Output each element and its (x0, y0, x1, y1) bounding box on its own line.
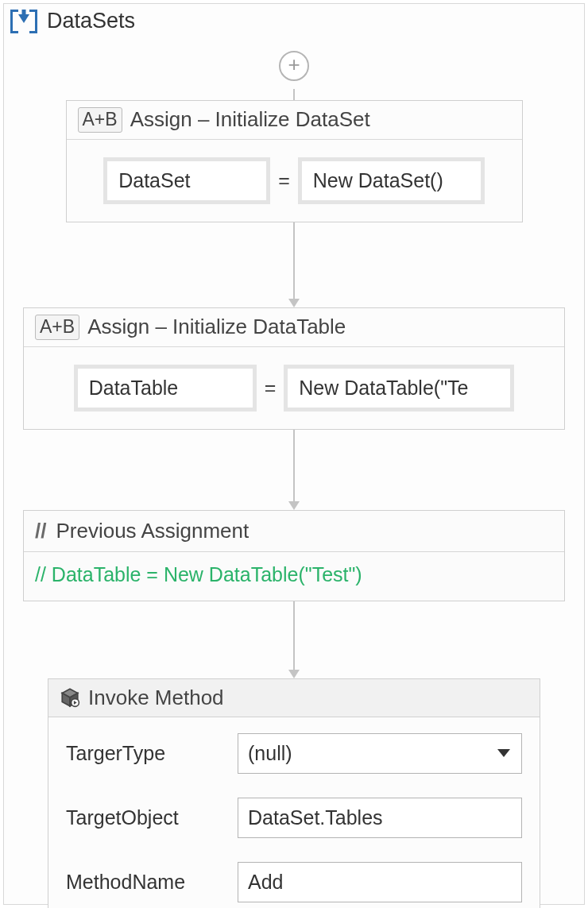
chevron-down-icon (497, 749, 510, 757)
method-name-label: MethodName (66, 871, 225, 894)
connector-arrow (288, 430, 300, 510)
equals-sign: = (278, 169, 290, 192)
assign-initialize-datatable[interactable]: A+B Assign – Initialize DataTable DataTa… (23, 307, 565, 430)
activity-header[interactable]: Invoke Method (48, 679, 540, 717)
activity-header[interactable]: A+B Assign – Initialize DataSet (67, 101, 522, 140)
assign-value-input[interactable]: New DataTable("Te (284, 365, 514, 411)
comment-text[interactable]: // DataTable = New DataTable("Test") (24, 552, 564, 601)
assign-to-input[interactable]: DataTable (74, 365, 257, 411)
connector-arrow (288, 601, 300, 678)
activity-title: Assign – Initialize DataTable (87, 315, 346, 339)
sequence-header[interactable]: DataSets (4, 4, 584, 38)
activity-title: Assign – Initialize DataSet (130, 107, 370, 132)
method-name-input[interactable]: Add (238, 862, 522, 902)
activity-body: DataTable = New DataTable("Te (24, 347, 564, 429)
comment-previous-assignment[interactable]: // Previous Assignment // DataTable = Ne… (23, 510, 565, 601)
assign-value-input[interactable]: New DataSet() (298, 157, 485, 204)
sequence-icon (10, 10, 37, 33)
assign-to-input[interactable]: DataSet (103, 157, 270, 204)
comment-title: Previous Assignment (56, 519, 249, 543)
connector (293, 89, 295, 100)
activity-body: DataSet = New DataSet() (67, 140, 522, 222)
target-object-input[interactable]: DataSet.Tables (238, 798, 522, 838)
comment-icon: // (35, 519, 46, 543)
activity-header[interactable]: A+B Assign – Initialize DataTable (24, 308, 564, 347)
assign-tag-icon: A+B (35, 315, 79, 340)
sequence-title: DataSets (47, 9, 135, 33)
sequence-body: + A+B Assign – Initialize DataSet DataSe… (4, 38, 584, 908)
invoke-method-icon (60, 687, 80, 708)
target-type-label: TargerType (66, 742, 225, 765)
add-activity-top[interactable]: + (279, 51, 309, 81)
invoke-method-body: TargerType (null) TargetObject DataSet.T… (48, 717, 540, 908)
target-type-value: (null) (248, 742, 292, 764)
plus-icon: + (288, 54, 300, 75)
invoke-method[interactable]: Invoke Method TargerType (null) TargetOb… (48, 678, 540, 908)
comment-header[interactable]: // Previous Assignment (24, 511, 564, 552)
activity-title: Invoke Method (88, 686, 224, 710)
assign-initialize-dataset[interactable]: A+B Assign – Initialize DataSet DataSet … (66, 100, 523, 222)
assign-tag-icon: A+B (78, 107, 122, 133)
equals-sign: = (265, 377, 277, 400)
connector-arrow (288, 222, 300, 307)
target-type-dropdown[interactable]: (null) (238, 733, 522, 774)
target-object-label: TargetObject (66, 806, 225, 829)
sequence-datasets[interactable]: DataSets + A+B Assign – Initialize DataS… (3, 3, 585, 905)
